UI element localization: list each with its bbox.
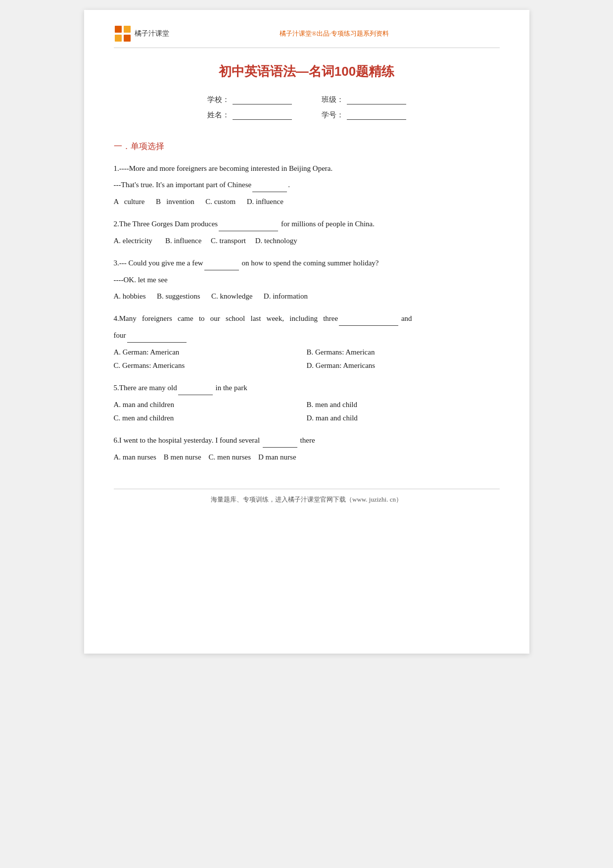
class-line [347, 96, 406, 104]
question-3: 3.--- Could you give me a few on how to … [114, 256, 500, 303]
question-2: 2.The Three Gorges Dam produces for mill… [114, 217, 500, 248]
class-label: 班级： [322, 95, 344, 104]
q6-blank [263, 434, 297, 448]
page-title: 初中英语语法—名词100题精练 [114, 63, 500, 80]
q1-blank [252, 178, 287, 192]
question-6: 6.I went to the hospital yesterday. I fo… [114, 434, 500, 464]
q2-blank [219, 217, 278, 231]
question-4: 4.Many foreigners came to our school las… [114, 312, 500, 372]
q1-number: 1.----More and more foreigners are becom… [114, 164, 333, 172]
footer: 海量题库、专项训练，进入橘子汁课堂官网下载（www. juzizhi. cn） [114, 489, 500, 504]
id-field: 学号： [322, 110, 406, 120]
q4-text1: 4.Many foreigners came to our school las… [114, 312, 500, 326]
q3-blank [204, 256, 239, 270]
q3-text1: 3.--- Could you give me a few on how to … [114, 256, 500, 270]
q4-text2: four [114, 329, 500, 343]
q5-opt-a: A. man and children [114, 398, 307, 411]
name-line [233, 111, 292, 120]
name-label: 姓名： [207, 110, 230, 120]
info-row-1: 学校： 班级： [207, 95, 406, 104]
page: 橘子汁课堂 橘子汁课堂®出品·专项练习题系列资料 初中英语语法—名词100题精练… [84, 10, 529, 654]
svg-rect-3 [124, 35, 131, 42]
section-title: 一．单项选择 [114, 141, 500, 152]
q1-text1: 1.----More and more foreigners are becom… [114, 162, 500, 175]
q1-options: A culture B invention C. custom D. influ… [114, 195, 500, 208]
id-line [347, 111, 406, 120]
q2-options: A. electricity B. influence C. transport… [114, 234, 500, 248]
school-field: 学校： [207, 95, 292, 104]
q4-opt-d: D. German: Americans [307, 359, 500, 372]
header: 橘子汁课堂 橘子汁课堂®出品·专项练习题系列资料 [114, 25, 500, 48]
q5-opt-d: D. man and child [307, 411, 500, 425]
school-label: 学校： [207, 95, 230, 104]
q4-blank2 [127, 329, 187, 343]
q2-text1: 2.The Three Gorges Dam produces for mill… [114, 217, 500, 231]
q5-text1: 5.There are many old in the park [114, 381, 500, 395]
q3-options: A. hobbies B. suggestions C. knowledge D… [114, 290, 500, 303]
svg-rect-0 [115, 26, 122, 33]
class-field: 班级： [322, 95, 406, 104]
q4-blank1 [339, 312, 398, 326]
svg-rect-2 [115, 35, 122, 42]
logo-text: 橘子汁课堂 [135, 29, 169, 38]
question-5: 5.There are many old in the park A. man … [114, 381, 500, 425]
school-line [233, 96, 292, 104]
id-label: 学号： [322, 110, 344, 120]
q6-options: A. man nurses B men nurse C. men nurses … [114, 451, 500, 464]
name-field: 姓名： [207, 110, 292, 120]
q6-text1: 6.I went to the hospital yesterday. I fo… [114, 434, 500, 448]
q1-text2: ---That's true. It's an important part o… [114, 178, 500, 192]
logo-icon [114, 25, 132, 43]
info-section: 学校： 班级： 姓名： 学号： [114, 95, 500, 126]
q3-text2: ----OK. let me see [114, 273, 500, 287]
header-center-text: 橘子汁课堂®出品·专项练习题系列资料 [169, 29, 500, 38]
q4-opt-b: B. Germans: American [307, 346, 500, 359]
logo: 橘子汁课堂 [114, 25, 169, 43]
q4-opt-c: C. Germans: Americans [114, 359, 307, 372]
svg-rect-1 [124, 26, 131, 33]
q5-opt-b: B. men and child [307, 398, 500, 411]
q5-options: A. man and children B. men and child C. … [114, 398, 500, 425]
q5-blank [178, 381, 213, 395]
q4-options: A. German: American B. Germans: American… [114, 346, 500, 372]
question-1: 1.----More and more foreigners are becom… [114, 162, 500, 208]
q5-opt-c: C. men and children [114, 411, 307, 425]
q4-opt-a: A. German: American [114, 346, 307, 359]
info-row-2: 姓名： 学号： [207, 110, 406, 120]
